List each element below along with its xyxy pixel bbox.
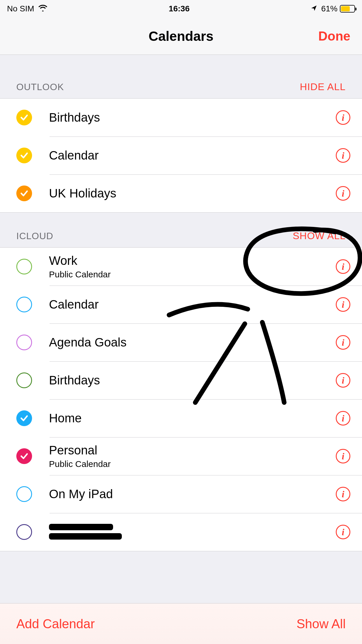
calendar-label: Birthdays <box>49 111 336 125</box>
checkmark-icon[interactable] <box>16 410 32 426</box>
info-icon[interactable]: i <box>336 487 350 501</box>
row-text: Calendar <box>49 298 336 312</box>
row-text: UK Holidays <box>49 186 336 200</box>
show-all-button[interactable]: SHOW ALL <box>293 230 346 242</box>
outlook-rows: Birthdays i Calendar i UK Holidays i <box>0 98 362 213</box>
calendar-row-birthdays[interactable]: Birthdays i <box>0 361 362 399</box>
row-text: Birthdays <box>49 111 336 125</box>
info-icon[interactable]: i <box>336 259 350 274</box>
calendar-row-home[interactable]: Home i <box>0 399 362 437</box>
row-text: Work Public Calendar <box>49 254 336 279</box>
carrier-label: No SIM <box>7 4 34 13</box>
checkmark-icon[interactable] <box>16 524 32 540</box>
checkmark-icon[interactable] <box>16 259 32 274</box>
redacted-label <box>49 524 125 540</box>
calendar-label: Birthdays <box>49 373 336 387</box>
info-icon[interactable]: i <box>336 525 350 539</box>
calendar-label: UK Holidays <box>49 186 336 200</box>
row-text: Calendar <box>49 148 336 162</box>
section-header-outlook: OUTLOOK HIDE ALL <box>0 55 362 98</box>
section-title-icloud: ICLOUD <box>16 231 53 242</box>
row-text: Home <box>49 411 336 425</box>
icloud-rows: Work Public Calendar i Calendar i Agenda… <box>0 247 362 551</box>
calendar-label: Personal <box>49 443 336 457</box>
calendar-row-uk-holidays[interactable]: UK Holidays i <box>0 174 362 212</box>
checkmark-icon[interactable] <box>16 297 32 312</box>
info-icon[interactable]: i <box>336 110 350 125</box>
calendar-row-birthdays[interactable]: Birthdays i <box>0 99 362 136</box>
calendar-row-work[interactable]: Work Public Calendar i <box>0 248 362 286</box>
calendar-subtitle: Public Calendar <box>49 270 336 279</box>
calendar-label: Calendar <box>49 298 336 312</box>
status-right: 61% <box>311 4 355 13</box>
bottom-toolbar: Add Calendar Show All <box>0 603 362 644</box>
show-all-button[interactable]: Show All <box>296 617 346 631</box>
row-text: On My iPad <box>49 487 336 501</box>
status-time: 16:36 <box>169 4 190 13</box>
checkmark-icon[interactable] <box>16 110 32 125</box>
info-icon[interactable]: i <box>336 411 350 426</box>
calendar-row-calendar[interactable]: Calendar i <box>0 286 362 323</box>
checkmark-icon[interactable] <box>16 335 32 350</box>
battery-icon <box>340 5 355 13</box>
wifi-icon <box>38 4 48 13</box>
location-icon <box>311 4 317 13</box>
row-text: Agenda Goals <box>49 335 336 349</box>
status-bar: No SIM 16:36 61% <box>0 0 362 18</box>
calendar-row-personal[interactable]: Personal Public Calendar i <box>0 437 362 475</box>
battery-fill <box>341 6 350 11</box>
row-text: Personal Public Calendar <box>49 443 336 469</box>
calendar-row-on-my-ipad[interactable]: On My iPad i <box>0 475 362 513</box>
checkmark-icon[interactable] <box>16 486 32 502</box>
calendar-label: On My iPad <box>49 487 336 501</box>
hide-all-button[interactable]: HIDE ALL <box>300 81 346 92</box>
row-text: Birthdays <box>49 373 336 387</box>
calendar-row-calendar[interactable]: Calendar i <box>0 136 362 174</box>
calendar-row-redacted[interactable]: i <box>0 513 362 551</box>
calendar-label: Work <box>49 254 336 268</box>
done-button[interactable]: Done <box>318 29 350 43</box>
checkmark-icon[interactable] <box>16 148 32 163</box>
calendar-row-agenda-goals[interactable]: Agenda Goals i <box>0 323 362 361</box>
status-left: No SIM <box>7 4 48 13</box>
battery-percent: 61% <box>321 4 338 13</box>
info-icon[interactable]: i <box>336 297 350 312</box>
info-icon[interactable]: i <box>336 449 350 463</box>
section-title-outlook: OUTLOOK <box>16 82 64 92</box>
info-icon[interactable]: i <box>336 148 350 163</box>
calendar-label: Agenda Goals <box>49 335 336 349</box>
section-header-icloud: ICLOUD SHOW ALL <box>0 213 362 247</box>
add-calendar-button[interactable]: Add Calendar <box>16 617 95 631</box>
nav-header: Calendars Done <box>0 18 362 55</box>
info-icon[interactable]: i <box>336 373 350 388</box>
info-icon[interactable]: i <box>336 186 350 201</box>
page-title: Calendars <box>149 28 213 44</box>
calendar-label: Home <box>49 411 336 425</box>
info-icon[interactable]: i <box>336 335 350 350</box>
calendar-subtitle: Public Calendar <box>49 459 336 469</box>
checkmark-icon[interactable] <box>16 448 32 464</box>
calendar-label: Calendar <box>49 148 336 162</box>
checkmark-icon[interactable] <box>16 372 32 388</box>
checkmark-icon[interactable] <box>16 186 32 201</box>
row-text <box>49 524 336 540</box>
